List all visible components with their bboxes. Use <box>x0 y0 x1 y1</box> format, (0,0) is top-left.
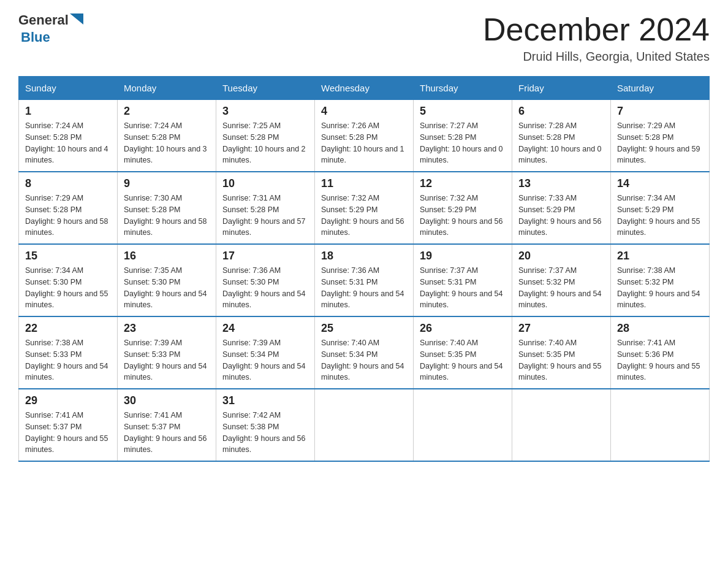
logo: General Blue <box>18 12 83 45</box>
calendar-day-cell: 5 Sunrise: 7:27 AMSunset: 5:28 PMDayligh… <box>414 100 512 172</box>
day-info: Sunrise: 7:36 AMSunset: 5:31 PMDaylight:… <box>321 266 404 309</box>
day-number: 14 <box>617 177 703 190</box>
calendar-day-cell <box>414 389 512 461</box>
calendar-day-cell: 13 Sunrise: 7:33 AMSunset: 5:29 PMDaylig… <box>512 172 611 244</box>
day-info: Sunrise: 7:32 AMSunset: 5:29 PMDaylight:… <box>420 194 503 237</box>
calendar-day-cell: 23 Sunrise: 7:39 AMSunset: 5:33 PMDaylig… <box>118 316 216 389</box>
calendar-day-cell: 17 Sunrise: 7:36 AMSunset: 5:30 PMDaylig… <box>216 244 315 316</box>
month-title: December 2024 <box>483 12 710 47</box>
calendar-day-cell: 4 Sunrise: 7:26 AMSunset: 5:28 PMDayligh… <box>315 100 414 172</box>
day-info: Sunrise: 7:40 AMSunset: 5:35 PMDaylight:… <box>420 339 503 381</box>
day-info: Sunrise: 7:37 AMSunset: 5:31 PMDaylight:… <box>420 266 503 309</box>
day-number: 28 <box>617 322 703 335</box>
day-number: 25 <box>321 322 407 335</box>
day-number: 17 <box>222 250 308 262</box>
day-info: Sunrise: 7:41 AMSunset: 5:36 PMDaylight:… <box>617 339 700 381</box>
calendar-day-cell <box>315 389 414 461</box>
calendar-week-row: 15 Sunrise: 7:34 AMSunset: 5:30 PMDaylig… <box>19 244 710 316</box>
day-number: 6 <box>518 105 604 118</box>
day-info: Sunrise: 7:31 AMSunset: 5:28 PMDaylight:… <box>222 194 306 237</box>
calendar-day-cell: 3 Sunrise: 7:25 AMSunset: 5:28 PMDayligh… <box>216 100 315 172</box>
calendar-day-cell: 22 Sunrise: 7:38 AMSunset: 5:33 PMDaylig… <box>19 316 118 389</box>
day-number: 23 <box>124 322 210 335</box>
day-number: 18 <box>321 250 407 262</box>
day-number: 4 <box>321 105 407 118</box>
calendar-day-cell: 2 Sunrise: 7:24 AMSunset: 5:28 PMDayligh… <box>118 100 216 172</box>
calendar-day-cell: 27 Sunrise: 7:40 AMSunset: 5:35 PMDaylig… <box>512 316 611 389</box>
day-number: 12 <box>420 177 506 190</box>
day-info: Sunrise: 7:42 AMSunset: 5:38 PMDaylight:… <box>222 411 306 454</box>
logo-blue-text: Blue <box>21 29 50 45</box>
calendar-day-cell: 7 Sunrise: 7:29 AMSunset: 5:28 PMDayligh… <box>611 100 710 172</box>
day-info: Sunrise: 7:25 AMSunset: 5:28 PMDaylight:… <box>222 121 306 164</box>
calendar-day-cell: 8 Sunrise: 7:29 AMSunset: 5:28 PMDayligh… <box>19 172 118 244</box>
calendar-day-cell: 12 Sunrise: 7:32 AMSunset: 5:29 PMDaylig… <box>414 172 512 244</box>
calendar-day-cell: 25 Sunrise: 7:40 AMSunset: 5:34 PMDaylig… <box>315 316 414 389</box>
logo-general-text: General <box>18 12 69 28</box>
day-info: Sunrise: 7:24 AMSunset: 5:28 PMDaylight:… <box>25 121 108 164</box>
title-block: December 2024 Druid Hills, Georgia, Unit… <box>483 12 710 64</box>
day-info: Sunrise: 7:39 AMSunset: 5:33 PMDaylight:… <box>124 339 207 381</box>
calendar-day-cell: 21 Sunrise: 7:38 AMSunset: 5:32 PMDaylig… <box>611 244 710 316</box>
calendar-day-cell: 14 Sunrise: 7:34 AMSunset: 5:29 PMDaylig… <box>611 172 710 244</box>
day-number: 1 <box>25 105 111 118</box>
calendar-day-cell: 15 Sunrise: 7:34 AMSunset: 5:30 PMDaylig… <box>19 244 118 316</box>
day-number: 2 <box>124 105 210 118</box>
calendar-day-cell: 16 Sunrise: 7:35 AMSunset: 5:30 PMDaylig… <box>118 244 216 316</box>
day-number: 20 <box>518 250 604 262</box>
calendar-day-cell: 30 Sunrise: 7:41 AMSunset: 5:37 PMDaylig… <box>118 389 216 461</box>
day-info: Sunrise: 7:38 AMSunset: 5:33 PMDaylight:… <box>25 339 108 381</box>
day-info: Sunrise: 7:38 AMSunset: 5:32 PMDaylight:… <box>617 266 700 309</box>
day-number: 7 <box>617 105 703 118</box>
day-info: Sunrise: 7:41 AMSunset: 5:37 PMDaylight:… <box>124 411 207 454</box>
calendar-week-row: 1 Sunrise: 7:24 AMSunset: 5:28 PMDayligh… <box>19 100 710 172</box>
calendar-week-row: 22 Sunrise: 7:38 AMSunset: 5:33 PMDaylig… <box>19 316 710 389</box>
day-info: Sunrise: 7:35 AMSunset: 5:30 PMDaylight:… <box>124 266 207 309</box>
weekday-header-saturday: Saturday <box>611 77 710 100</box>
day-info: Sunrise: 7:36 AMSunset: 5:30 PMDaylight:… <box>222 266 306 309</box>
weekday-header-wednesday: Wednesday <box>315 77 414 100</box>
day-info: Sunrise: 7:40 AMSunset: 5:34 PMDaylight:… <box>321 339 404 381</box>
calendar-week-row: 29 Sunrise: 7:41 AMSunset: 5:37 PMDaylig… <box>19 389 710 461</box>
weekday-header-monday: Monday <box>118 77 216 100</box>
day-info: Sunrise: 7:40 AMSunset: 5:35 PMDaylight:… <box>518 339 602 381</box>
day-info: Sunrise: 7:32 AMSunset: 5:29 PMDaylight:… <box>321 194 404 237</box>
calendar-day-cell: 18 Sunrise: 7:36 AMSunset: 5:31 PMDaylig… <box>315 244 414 316</box>
calendar-header: SundayMondayTuesdayWednesdayThursdayFrid… <box>19 77 710 100</box>
day-info: Sunrise: 7:24 AMSunset: 5:28 PMDaylight:… <box>124 121 207 164</box>
day-number: 10 <box>222 177 308 190</box>
calendar-day-cell: 24 Sunrise: 7:39 AMSunset: 5:34 PMDaylig… <box>216 316 315 389</box>
day-info: Sunrise: 7:30 AMSunset: 5:28 PMDaylight:… <box>124 194 207 237</box>
calendar-day-cell: 11 Sunrise: 7:32 AMSunset: 5:29 PMDaylig… <box>315 172 414 244</box>
day-info: Sunrise: 7:34 AMSunset: 5:30 PMDaylight:… <box>25 266 108 309</box>
day-number: 15 <box>25 250 111 262</box>
calendar-day-cell: 1 Sunrise: 7:24 AMSunset: 5:28 PMDayligh… <box>19 100 118 172</box>
day-info: Sunrise: 7:39 AMSunset: 5:34 PMDaylight:… <box>222 339 306 381</box>
calendar-day-cell: 9 Sunrise: 7:30 AMSunset: 5:28 PMDayligh… <box>118 172 216 244</box>
calendar-day-cell: 31 Sunrise: 7:42 AMSunset: 5:38 PMDaylig… <box>216 389 315 461</box>
day-info: Sunrise: 7:26 AMSunset: 5:28 PMDaylight:… <box>321 121 404 164</box>
calendar-day-cell: 26 Sunrise: 7:40 AMSunset: 5:35 PMDaylig… <box>414 316 512 389</box>
day-number: 8 <box>25 177 111 190</box>
calendar-week-row: 8 Sunrise: 7:29 AMSunset: 5:28 PMDayligh… <box>19 172 710 244</box>
day-number: 19 <box>420 250 506 262</box>
day-info: Sunrise: 7:37 AMSunset: 5:32 PMDaylight:… <box>518 266 602 309</box>
day-number: 22 <box>25 322 111 335</box>
day-info: Sunrise: 7:29 AMSunset: 5:28 PMDaylight:… <box>25 194 108 237</box>
day-number: 16 <box>124 250 210 262</box>
day-info: Sunrise: 7:41 AMSunset: 5:37 PMDaylight:… <box>25 411 108 454</box>
day-number: 13 <box>518 177 604 190</box>
day-info: Sunrise: 7:34 AMSunset: 5:29 PMDaylight:… <box>617 194 700 237</box>
calendar-day-cell: 29 Sunrise: 7:41 AMSunset: 5:37 PMDaylig… <box>19 389 118 461</box>
page-header: General Blue December 2024 Druid Hills, … <box>18 12 710 64</box>
day-number: 29 <box>25 394 111 407</box>
day-number: 30 <box>124 394 210 407</box>
weekday-header-tuesday: Tuesday <box>216 77 315 100</box>
calendar-day-cell: 19 Sunrise: 7:37 AMSunset: 5:31 PMDaylig… <box>414 244 512 316</box>
weekday-header-friday: Friday <box>512 77 611 100</box>
day-info: Sunrise: 7:27 AMSunset: 5:28 PMDaylight:… <box>420 121 503 164</box>
day-number: 27 <box>518 322 604 335</box>
logo-arrow-icon <box>70 13 83 27</box>
location-subtitle: Druid Hills, Georgia, United States <box>483 50 710 64</box>
calendar-table: SundayMondayTuesdayWednesdayThursdayFrid… <box>18 76 710 462</box>
